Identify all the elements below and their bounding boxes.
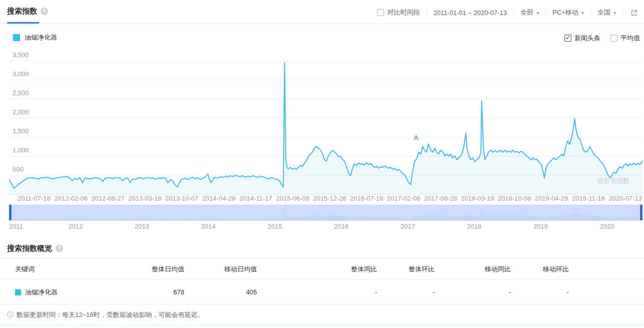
x-tick-label: 2018-03-19 (459, 195, 496, 202)
x-tick-label: 2013-10-07 (163, 195, 200, 202)
x-tick-label: 2011-07-18 (16, 195, 53, 202)
compare-period-toggle[interactable]: 对比时间段 (377, 8, 420, 17)
table-data-row: 油烟净化器678405---- (0, 280, 644, 305)
slider-year-label: 2018 (467, 223, 481, 230)
tab-active-underline (7, 22, 39, 24)
tab-search-index-label: 搜索指数 (7, 7, 37, 16)
table-value-cell: - (257, 288, 377, 296)
watermark: @百度指数 (597, 177, 629, 186)
help-icon[interactable] (41, 8, 48, 15)
divider (426, 10, 427, 16)
table-value-cell: 678 (147, 288, 184, 296)
platform-dropdown[interactable]: PC+移动 (552, 8, 584, 17)
slider-year-label: 2012 (68, 223, 83, 230)
table-value-cell: - (435, 288, 511, 296)
share-external-icon[interactable] (630, 9, 638, 17)
overview-title-text: 搜索指数概览 (7, 244, 52, 253)
x-tick-label: 2019-04-29 (533, 195, 570, 202)
chart-controls: 对比时间段 2011-01-01 ~ 2020-07-13 全部 PC+移动 全… (377, 8, 638, 17)
x-tick-label: 2014-04-28 (200, 195, 237, 202)
data-update-note-text: 数据更新时间：每天12~16时，受数据波动影响，可能会有延迟。 (17, 310, 204, 319)
table-column-header: 移动环比 (511, 265, 569, 274)
news-headlines-toggle[interactable]: 新闻头条 (564, 34, 600, 43)
overview-section-title: 搜索指数概览 (7, 244, 63, 253)
average-label: 平均值 (620, 34, 640, 43)
source-dropdown[interactable]: 全部 (520, 8, 539, 17)
x-axis-labels: 2011-07-182012-02-062012-08-272013-03-18… (9, 195, 643, 202)
news-headlines-label: 新闻头条 (574, 34, 600, 43)
table-column-header: 移动日均值 (184, 265, 257, 274)
overview-table: 关键词整体日均值移动日均值整体同比整体环比移动同比移动环比 油烟净化器67840… (0, 258, 644, 305)
slider-year-label: 2019 (533, 223, 548, 230)
x-tick-label: 2018-10-08 (496, 195, 533, 202)
x-tick-label: 2019-11-18 (570, 195, 607, 202)
slider-year-label: 2013 (135, 223, 149, 230)
region-dropdown-value: 全国 (597, 8, 610, 17)
x-tick-label: 2016-07-18 (348, 195, 385, 202)
platform-dropdown-value: PC+移动 (552, 8, 578, 17)
slider-handle-left[interactable] (9, 205, 12, 220)
table-keyword-text: 油烟净化器 (25, 288, 58, 297)
compare-period-label: 对比时间段 (387, 8, 420, 17)
x-tick-label: 2012-08-27 (90, 195, 127, 202)
x-tick-label: 2015-06-08 (274, 195, 311, 202)
source-dropdown-value: 全部 (520, 8, 533, 17)
x-tick-label: 2020-07-13 (607, 195, 644, 202)
trend-chart-area: 5001,0001,5002,0002,5003,0003,500 A @百度指… (0, 50, 644, 201)
data-update-note: 数据更新时间：每天12~16时，受数据波动影响，可能会有延迟。 (7, 310, 204, 319)
table-value-cell: - (511, 288, 569, 296)
keyword-color-swatch (15, 289, 21, 295)
x-tick-label: 2014-11-17 (237, 195, 274, 202)
table-column-header: 整体环比 (377, 265, 435, 274)
top-bar: 搜索指数 对比时间段 2011-01-01 ~ 2020-07-13 全部 PC… (0, 0, 644, 24)
help-icon[interactable] (56, 245, 63, 252)
table-value-cell: 405 (184, 288, 257, 296)
checkbox-unchecked-icon[interactable] (610, 35, 617, 42)
slider-silhouette (9, 206, 642, 220)
trend-area (9, 63, 642, 194)
x-tick-label: 2013-03-18 (126, 195, 163, 202)
divider (545, 10, 546, 16)
overlay-toggles: 新闻头条 平均值 (564, 34, 640, 43)
checkbox-checked-icon[interactable] (564, 35, 571, 42)
date-range-value: 2011-01-01 ~ 2020-07-13 (433, 9, 507, 17)
slider-year-label: 2016 (334, 223, 349, 230)
slider-year-label: 2015 (267, 223, 282, 230)
chevron-down-icon (613, 10, 616, 16)
x-tick-label: 2012-02-06 (53, 195, 90, 202)
slider-year-labels: 2011201220132014201520162017201820192020 (0, 223, 644, 232)
compare-checkbox-icon[interactable] (377, 9, 384, 16)
slider-handle-right[interactable] (640, 205, 642, 220)
baidu-index-page: 搜索指数 对比时间段 2011-01-01 ~ 2020-07-13 全部 PC… (0, 0, 644, 328)
page-bottom-strip (0, 325, 644, 328)
divider (622, 10, 623, 16)
table-header-row: 关键词整体日均值移动日均值整体同比整体环比移动同比移动环比 (0, 258, 644, 280)
divider (590, 10, 591, 16)
tab-search-index[interactable]: 搜索指数 (7, 7, 48, 16)
keyword-legend[interactable]: 油烟净化器 (13, 33, 57, 42)
slider-year-label: 2014 (201, 223, 216, 230)
region-dropdown[interactable]: 全国 (597, 8, 616, 17)
table-keyword-cell[interactable]: 油烟净化器 (15, 288, 147, 297)
keyword-color-swatch (13, 34, 20, 41)
news-annotation-marker[interactable]: A (414, 134, 418, 141)
divider (513, 10, 514, 16)
slider-year-label: 2011 (9, 223, 23, 230)
trend-chart[interactable] (9, 55, 642, 194)
table-column-header: 移动同比 (435, 265, 511, 274)
time-range-slider[interactable] (9, 205, 642, 221)
slider-year-label: 2020 (600, 223, 614, 230)
table-value-cell: - (377, 288, 435, 296)
x-tick-label: 2017-08-28 (422, 195, 459, 202)
x-tick-label: 2015-12-28 (311, 195, 348, 202)
chevron-down-icon (536, 10, 539, 16)
table-column-header: 整体日均值 (147, 265, 184, 274)
slider-mini-chart (9, 205, 642, 220)
average-toggle[interactable]: 平均值 (610, 34, 640, 43)
table-column-header: 关键词 (15, 265, 147, 274)
keyword-legend-label: 油烟净化器 (25, 33, 57, 42)
table-column-header: 整体同比 (257, 265, 377, 274)
x-tick-label: 2017-02-06 (385, 195, 422, 202)
chevron-down-icon (581, 10, 584, 16)
date-range-picker[interactable]: 2011-01-01 ~ 2020-07-13 (433, 9, 507, 17)
